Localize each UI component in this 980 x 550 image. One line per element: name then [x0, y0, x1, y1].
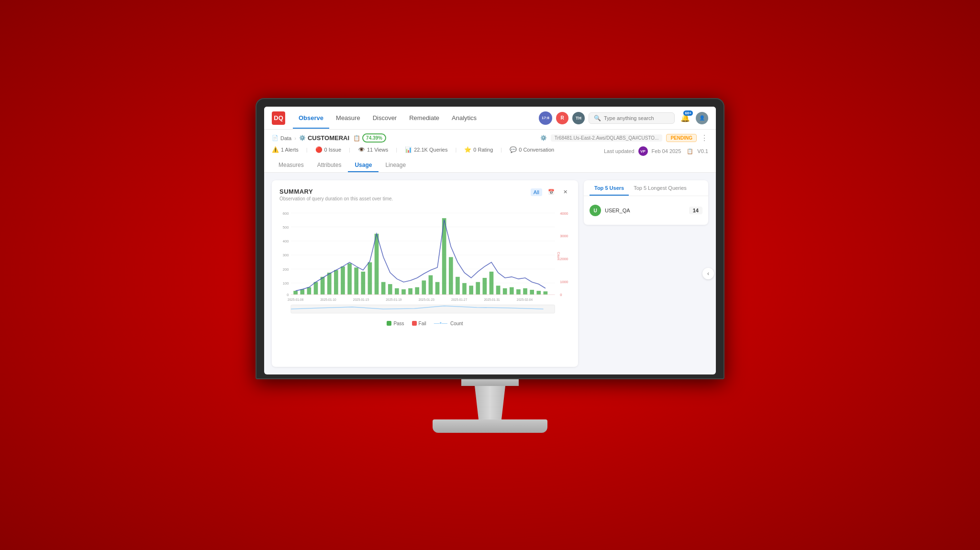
svg-rect-57 [544, 291, 548, 295]
svg-rect-36 [401, 289, 406, 295]
svg-rect-47 [476, 282, 480, 295]
stat-conversations[interactable]: 💬 0 Conversation [510, 146, 554, 153]
chart-controls: All 📅 ✕ [531, 188, 570, 196]
collapse-panel-arrow[interactable]: ‹ [702, 268, 714, 279]
top-nav: DQ Observe Measure Discover Remediate An… [264, 107, 716, 130]
breadcrumb-sep: › [294, 135, 296, 141]
tab-usage[interactable]: Usage [348, 159, 379, 172]
svg-rect-51 [503, 288, 507, 295]
svg-rect-50 [496, 286, 501, 294]
chart-title: SUMMARY [279, 188, 393, 195]
filter-all-btn[interactable]: All [531, 188, 542, 196]
avatar-2: R [556, 112, 568, 124]
svg-text:600: 600 [283, 211, 289, 216]
nav-discover[interactable]: Discover [367, 111, 403, 124]
stat-rating[interactable]: ⭐ 0 Rating [464, 146, 493, 153]
svg-rect-31 [368, 262, 372, 294]
last-updated-area: Last updated VP Feb 04 2025 📋 V0.1 [604, 146, 708, 156]
close-btn[interactable]: ✕ [560, 188, 570, 196]
avatar-3: TH [572, 112, 585, 124]
svg-rect-54 [523, 288, 527, 295]
svg-text:300: 300 [283, 253, 289, 257]
stats-row: ⚠️ 1 Alerts | 🔴 0 Issue | 👁️ 1 [272, 146, 554, 153]
monitor-stand-neck [471, 386, 509, 419]
svg-text:Count: Count [557, 252, 560, 261]
pending-badge: PENDING [666, 134, 697, 142]
svg-rect-53 [516, 289, 521, 295]
svg-text:2025-01-23: 2025-01-23 [419, 298, 435, 301]
tab-top5-queries[interactable]: Top 5 Longest Queries [629, 180, 691, 196]
breadcrumb-data[interactable]: 📄 Data [272, 135, 291, 141]
notification-badge: 60+ [683, 110, 693, 116]
stat-views[interactable]: 👁️ 11 Views [358, 146, 388, 153]
chart-legend: Pass Fail —•— Count [279, 320, 570, 327]
right-panel-content: U USER_QA 14 [584, 196, 708, 225]
svg-text:400: 400 [283, 239, 289, 243]
right-panel-tabs: Top 5 Users Top 5 Longest Queries [584, 180, 708, 196]
search-input[interactable] [604, 115, 669, 121]
avatar-1: 17:8 [539, 111, 552, 125]
svg-rect-22 [307, 287, 312, 295]
panels-wrapper: SUMMARY Observation of query duration on… [272, 180, 708, 367]
updater-avatar: VP [638, 146, 648, 156]
chart-area: 600 500 400 300 200 100 0 4000 3000 [279, 205, 570, 327]
nav-measure[interactable]: Measure [330, 111, 366, 124]
svg-text:4000: 4000 [560, 211, 568, 216]
user-count: 14 [689, 207, 702, 214]
svg-rect-45 [462, 283, 467, 295]
asset-path-area: ⚙️ Tr68481.Us-East-2.Aws/DQLABS_QA#CUSTO… [540, 133, 708, 143]
svg-rect-21 [300, 289, 304, 295]
svg-rect-44 [456, 277, 460, 295]
breadcrumb-row: 📄 Data › ⚙️ CUSTOMERAI 📋 74.39% ⚙️ [272, 133, 708, 143]
nav-links: Observe Measure Discover Remediate Analy… [293, 111, 539, 124]
tab-lineage[interactable]: Lineage [379, 159, 412, 172]
notification-button[interactable]: 🔔 60+ [679, 111, 692, 125]
svg-rect-23 [314, 282, 318, 295]
svg-rect-56 [536, 291, 541, 295]
svg-rect-28 [347, 264, 352, 295]
chart-header: SUMMARY Observation of query duration on… [279, 188, 570, 201]
legend-count-icon: —•— [434, 320, 447, 327]
sub-header: 📄 Data › ⚙️ CUSTOMERAI 📋 74.39% ⚙️ [264, 130, 716, 173]
svg-rect-24 [321, 277, 325, 295]
svg-rect-32 [375, 234, 379, 295]
nav-observe[interactable]: Observe [293, 111, 329, 124]
monitor-stand-top [461, 379, 519, 386]
svg-rect-41 [435, 282, 440, 295]
calendar-btn[interactable]: 📅 [545, 188, 557, 196]
svg-text:100: 100 [283, 281, 289, 286]
tab-attributes[interactable]: Attributes [311, 159, 348, 172]
svg-rect-55 [530, 290, 534, 295]
svg-text:2025-01-10: 2025-01-10 [320, 298, 336, 301]
stat-queries[interactable]: 📊 22.1K Queries [405, 146, 447, 153]
user-avatar[interactable]: 👤 [696, 112, 708, 124]
nav-analytics[interactable]: Analytics [446, 111, 482, 124]
svg-rect-33 [381, 282, 386, 295]
chart-svg: 600 500 400 300 200 100 0 4000 3000 [279, 205, 570, 314]
svg-text:2025-01-19: 2025-01-19 [386, 298, 402, 301]
nav-right: 17:8 R TH 🔍 🔔 60+ 👤 [539, 111, 708, 125]
svg-rect-39 [422, 280, 426, 294]
right-panel-container: Top 5 Users Top 5 Longest Queries U USER… [584, 180, 708, 367]
stat-alerts[interactable]: ⚠️ 1 Alerts [272, 146, 299, 153]
svg-text:1000: 1000 [560, 280, 568, 284]
more-options-icon[interactable]: ⋮ [701, 133, 708, 143]
tab-measures[interactable]: Measures [272, 159, 311, 172]
score-badge: 74.39% [362, 133, 386, 143]
legend-pass: Pass [387, 321, 404, 326]
legend-fail: Fail [412, 321, 426, 326]
svg-rect-43 [449, 257, 453, 295]
chart-panel: SUMMARY Observation of query duration on… [272, 180, 578, 367]
nav-remediate[interactable]: Remediate [403, 111, 445, 124]
svg-rect-29 [354, 267, 358, 294]
svg-rect-27 [341, 266, 345, 295]
right-panel: Top 5 Users Top 5 Longest Queries U USER… [584, 180, 708, 225]
svg-rect-26 [334, 270, 338, 295]
svg-rect-52 [510, 287, 514, 295]
asset-path: Tr68481.Us-East-2.Aws/DQLABS_QA#CUSTO... [551, 134, 663, 142]
tabs-row: Measures Attributes Usage Lineage [272, 159, 708, 172]
search-box[interactable]: 🔍 [589, 112, 675, 124]
svg-text:2025-02-04: 2025-02-04 [517, 298, 533, 301]
tab-top5-users[interactable]: Top 5 Users [590, 180, 629, 196]
stat-issues[interactable]: 🔴 0 Issue [315, 146, 341, 153]
